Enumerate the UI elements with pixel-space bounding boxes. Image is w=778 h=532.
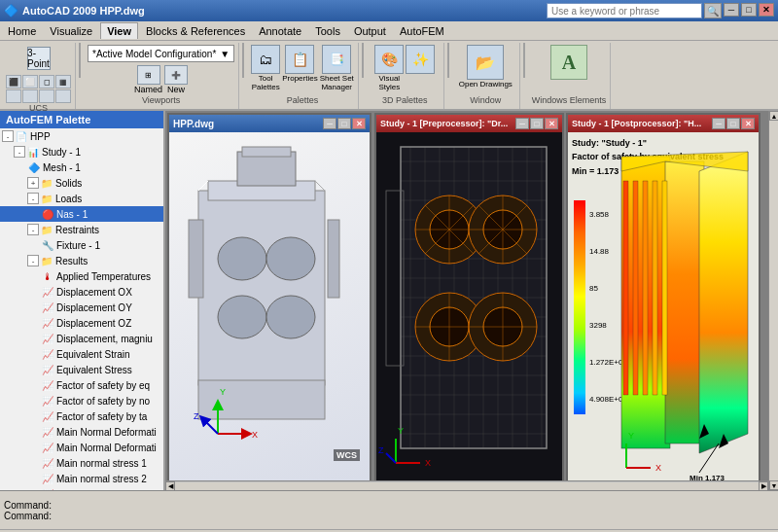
visual-styles-btn[interactable]: 🎨 VisualStyles <box>374 45 404 91</box>
menu-blocks[interactable]: Blocks & References <box>140 23 251 39</box>
tree-item-fos-no[interactable]: 📈 Factor of safety by no <box>0 393 163 408</box>
ucs-btn7[interactable] <box>39 89 54 103</box>
maximize-button[interactable]: □ <box>741 3 757 17</box>
post-viewport[interactable]: Study: "Study - 1" Factor of safety by e… <box>568 132 759 490</box>
expand-solids[interactable]: + <box>27 177 39 189</box>
svg-rect-9 <box>328 220 339 298</box>
tree-item-loads[interactable]: - 📁 Loads <box>0 191 163 206</box>
expand-study1[interactable]: - <box>14 146 25 158</box>
sep1 <box>79 43 81 78</box>
tree-item-mns3[interactable]: 📈 Main normal stress 3 <box>0 486 163 490</box>
search-input[interactable] <box>547 3 702 18</box>
tree-item-solids[interactable]: + 📁 Solids <box>0 175 163 191</box>
ucs-3point-button[interactable]: 3-Point <box>25 45 53 73</box>
tree-item-fos-eq[interactable]: 📈 Factor of safety by eq <box>0 377 163 393</box>
h-scroll-track[interactable] <box>175 482 759 490</box>
post-minimize[interactable]: ─ <box>712 118 725 129</box>
tree-item-fixture1[interactable]: 🔧 Fixture - 1 <box>0 237 163 253</box>
viewport-config-dropdown[interactable]: *Active Model Configuration* ▼ <box>88 45 234 62</box>
menu-autofem[interactable]: AutoFEM <box>394 23 450 39</box>
new-viewport-btn[interactable]: ➕ New <box>164 65 188 94</box>
tree-item-disp-oy[interactable]: 📈 Displacement OY <box>0 300 163 315</box>
post-maximize[interactable]: □ <box>726 118 740 129</box>
render-btn[interactable]: ✨ <box>406 45 435 91</box>
fixture1-icon: 🔧 <box>41 238 54 252</box>
scroll-up-btn[interactable]: ▲ <box>769 111 778 121</box>
post-close[interactable]: ✕ <box>741 118 755 129</box>
ucs-btn4[interactable]: ▦ <box>55 75 71 89</box>
pre-close[interactable]: ✕ <box>545 118 558 129</box>
cmd-input2[interactable] <box>55 511 613 521</box>
hpp-minimize[interactable]: ─ <box>323 118 336 129</box>
ucs-btn8[interactable] <box>55 89 71 103</box>
minimize-button[interactable]: ─ <box>724 3 739 17</box>
elements-label: Windows Elements <box>532 95 607 107</box>
tree-item-mns2[interactable]: 📈 Main normal stress 2 <box>0 471 163 486</box>
cmd-label1: Command: <box>4 500 52 511</box>
close-button[interactable]: ✕ <box>759 3 774 17</box>
tree-item-results[interactable]: - 📁 Results <box>0 253 163 268</box>
menu-bar: Home Visualize View Blocks & References … <box>0 21 778 41</box>
menu-tools[interactable]: Tools <box>309 23 346 39</box>
palette-title: AutoFEM Palette <box>0 111 163 128</box>
expand-restraints[interactable]: - <box>27 224 39 235</box>
sheet-set-btn[interactable]: 📑 Sheet SetManager <box>320 45 354 91</box>
tree-view[interactable]: - 📄 HPP - 📊 Study - 1 🔷 Mesh - 1 + 📁 Sol… <box>0 128 163 490</box>
tree-item-eq-stress[interactable]: 📈 Equivalent Stress <box>0 362 163 377</box>
expand-results[interactable]: - <box>27 255 39 266</box>
named-viewport-btn[interactable]: ⊞ Named <box>134 65 162 94</box>
tree-item-mesh1[interactable]: 🔷 Mesh - 1 <box>0 160 163 175</box>
tree-item-eq-strain[interactable]: 📈 Equivalent Strain <box>0 346 163 362</box>
text-btn[interactable]: A <box>550 45 587 80</box>
tree-item-nas1[interactable]: 🔴 Nas - 1 <box>0 206 163 222</box>
tree-item-applied-temp[interactable]: 🌡 Applied Temperatures <box>0 268 163 284</box>
scroll-right-btn[interactable]: ▶ <box>759 481 768 491</box>
menu-home[interactable]: Home <box>2 23 42 39</box>
menu-visualize[interactable]: Visualize <box>44 23 98 39</box>
tool-palettes-btn[interactable]: 🗂 ToolPalettes <box>251 45 280 91</box>
solids-icon: 📁 <box>40 176 53 190</box>
properties-btn[interactable]: 📋 Properties <box>282 45 317 91</box>
search-box[interactable] <box>547 3 702 18</box>
hpp-maximize[interactable]: □ <box>337 118 351 129</box>
tree-item-mnd1[interactable]: 📈 Main Normal Deformati <box>0 424 163 440</box>
ucs-btn2[interactable]: ⬜ <box>22 75 38 89</box>
search-icon[interactable]: 🔍 <box>704 3 722 18</box>
menu-output[interactable]: Output <box>348 23 392 39</box>
hpp-viewport[interactable]: Y X Z WCS <box>169 132 370 490</box>
ucs-btn1[interactable]: ⬛ <box>6 75 21 89</box>
preprocessor-window[interactable]: Study - 1 [Preprocessor]: "Dr... ─ □ ✕ <box>374 113 564 490</box>
menu-annotate[interactable]: Annotate <box>253 23 307 39</box>
pre-title: Study - 1 [Preprocessor]: "Dr... <box>380 119 508 128</box>
tree-item-disp-oz[interactable]: 📈 Displacement OZ <box>0 315 163 331</box>
ucs-btn5[interactable] <box>6 89 21 103</box>
hpp-window[interactable]: HPP.dwg ─ □ ✕ <box>167 113 371 490</box>
mns3-label: Main normal stress 3 <box>56 489 147 491</box>
tree-item-mnd2[interactable]: 📈 Main Normal Deformati <box>0 440 163 455</box>
tree-item-hpp[interactable]: - 📄 HPP <box>0 128 163 144</box>
v-scroll-track[interactable] <box>769 121 778 480</box>
ucs-btn6[interactable] <box>22 89 38 103</box>
menu-view[interactable]: View <box>100 22 138 39</box>
pre-minimize[interactable]: ─ <box>515 118 529 129</box>
tree-item-fos-ta[interactable]: 📈 Factor of safety by ta <box>0 408 163 424</box>
pre-viewport[interactable]: Y X Z <box>376 132 562 490</box>
expand-loads[interactable]: - <box>27 193 39 204</box>
scroll-left-btn[interactable]: ◀ <box>165 481 175 491</box>
v-scrollbar[interactable]: ▲ ▼ <box>768 111 778 490</box>
cmd-input1[interactable] <box>55 500 613 511</box>
h-scrollbar[interactable]: ◀ ▶ <box>165 480 768 490</box>
post-titlebar: Study - 1 [Postprocessor]: "H... ─ □ ✕ <box>568 115 759 132</box>
tree-item-restraints[interactable]: - 📁 Restraints <box>0 222 163 237</box>
expand-hpp[interactable]: - <box>2 130 14 142</box>
hpp-close[interactable]: ✕ <box>352 118 366 129</box>
ucs-btn3[interactable]: ◻ <box>39 75 54 89</box>
tree-item-disp-mag[interactable]: 📈 Displacement, magniu <box>0 331 163 346</box>
open-drawings-btn[interactable]: 📂 Open Drawings <box>459 45 513 89</box>
tree-item-disp-ox[interactable]: 📈 Displacement OX <box>0 284 163 300</box>
pre-maximize[interactable]: □ <box>530 118 544 129</box>
tree-item-study1[interactable]: - 📊 Study - 1 <box>0 144 163 160</box>
tree-item-mns1[interactable]: 📈 Main normal stress 1 <box>0 455 163 471</box>
postprocessor-window[interactable]: Study - 1 [Postprocessor]: "H... ─ □ ✕ S… <box>566 113 760 490</box>
scroll-down-btn[interactable]: ▼ <box>769 480 778 490</box>
